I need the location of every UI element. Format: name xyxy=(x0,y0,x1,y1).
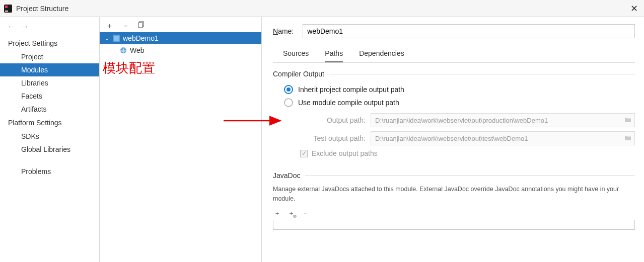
sidebar-item-facets[interactable]: Facets xyxy=(0,90,99,103)
tab-paths[interactable]: Paths xyxy=(325,46,343,62)
name-label: Name: xyxy=(273,27,294,35)
sidebar-item-problems[interactable]: Problems xyxy=(0,165,99,178)
forward-button[interactable]: → xyxy=(21,22,29,31)
sidebar-item-global-libraries[interactable]: Global Libraries xyxy=(0,143,99,156)
javadoc-description: Manage external JavaDocs attached to thi… xyxy=(273,185,635,204)
test-output-path-input xyxy=(371,135,621,142)
checkbox-icon xyxy=(300,150,308,157)
tree-item-web[interactable]: Web xyxy=(100,44,261,56)
radio-inherit-output[interactable]: Inherit project compile output path xyxy=(273,83,635,96)
svg-rect-2 xyxy=(5,11,8,12)
svg-rect-6 xyxy=(114,36,119,41)
module-tree-panel: ＋ － ⌄ webDemo1 Web 模块配置 xyxy=(100,17,262,262)
radio-module-output[interactable]: Use module compile output path xyxy=(273,96,635,109)
radio-label: Use module compile output path xyxy=(298,99,399,107)
add-module-button[interactable]: ＋ xyxy=(106,22,113,29)
svg-rect-1 xyxy=(5,6,8,8)
compiler-output-header: Compiler Output xyxy=(273,70,324,78)
tree-item-webdemo1[interactable]: ⌄ webDemo1 xyxy=(100,32,261,44)
sidebar-item-sdks[interactable]: SDKs xyxy=(0,130,99,143)
divider xyxy=(305,176,635,176)
tree-item-label: Web xyxy=(130,46,145,54)
sidebar-item-artifacts[interactable]: Artifacts xyxy=(0,103,99,116)
javadoc-list[interactable] xyxy=(273,220,635,230)
sidebar-item-libraries[interactable]: Libraries xyxy=(0,76,99,90)
remove-module-button[interactable]: － xyxy=(122,22,129,29)
copy-module-button[interactable] xyxy=(138,21,145,29)
tree-item-label: webDemo1 xyxy=(123,34,159,42)
radio-icon xyxy=(284,98,293,107)
module-name-input[interactable] xyxy=(303,24,635,38)
module-detail-panel: Name: Sources Paths Dependencies Compile… xyxy=(262,17,644,262)
titlebar: Project Structure ✕ xyxy=(0,0,644,17)
close-button[interactable]: ✕ xyxy=(628,3,640,14)
exclude-output-checkbox: Exclude output paths xyxy=(300,149,635,157)
remove-javadoc-button[interactable]: － xyxy=(301,209,309,218)
module-tabs: Sources Paths Dependencies xyxy=(273,46,635,63)
tab-sources[interactable]: Sources xyxy=(283,46,309,62)
tab-dependencies[interactable]: Dependencies xyxy=(359,46,404,62)
svg-rect-4 xyxy=(138,23,142,28)
settings-sidebar: ← → Project Settings Project Modules Lib… xyxy=(0,17,100,262)
add-javadoc-url-button[interactable]: ＋◍ xyxy=(287,209,295,218)
web-facet-icon xyxy=(120,47,127,54)
window-title: Project Structure xyxy=(16,5,68,13)
browse-folder-icon xyxy=(621,135,634,142)
test-output-path-label: Test output path: xyxy=(300,134,366,142)
back-button[interactable]: ← xyxy=(7,22,15,31)
output-path-input xyxy=(371,117,621,124)
radio-icon xyxy=(284,85,293,94)
intellij-icon xyxy=(4,5,12,13)
divider xyxy=(329,74,635,74)
checkbox-label: Exclude output paths xyxy=(312,149,378,157)
sidebar-item-project[interactable]: Project xyxy=(0,50,99,63)
section-header-project-settings: Project Settings xyxy=(0,36,99,50)
module-icon xyxy=(113,35,120,42)
radio-label: Inherit project compile output path xyxy=(298,85,404,94)
chevron-down-icon: ⌄ xyxy=(105,36,110,41)
browse-folder-icon xyxy=(621,117,634,124)
javadoc-header: JavaDoc xyxy=(273,171,300,180)
output-path-label: Output path: xyxy=(300,116,366,124)
sidebar-item-modules[interactable]: Modules xyxy=(0,63,99,76)
add-javadoc-button[interactable]: ＋ xyxy=(273,209,281,218)
section-header-platform-settings: Platform Settings xyxy=(0,116,99,130)
annotation-text: 模块配置 xyxy=(100,56,261,77)
